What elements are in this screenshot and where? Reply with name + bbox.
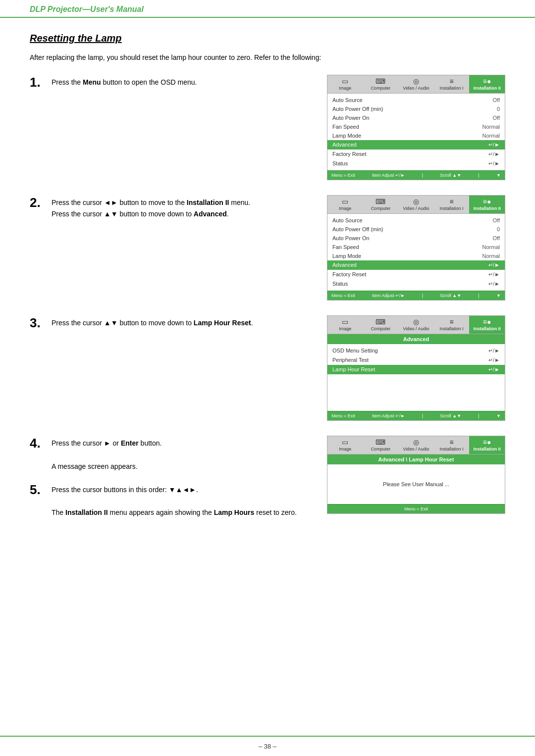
osd-tab-2-installation-i: ≡ Installation I: [434, 196, 470, 213]
osd-tab-video-audio: ◎ Video / Audio: [398, 75, 434, 93]
osd-row-2-status: Status ↵/►: [327, 279, 505, 289]
osd-screen-3: ▭ Image ⌨ Computer ◎ Video / Audio ≡: [327, 315, 505, 421]
osd-tab-3-computer: ⌨ Computer: [363, 316, 399, 334]
osd-footer-3: Menu = Exit Item Adjust ↵/► | Scroll ▲▼ …: [327, 411, 505, 420]
osd-footer-4: Menu = Exit: [327, 504, 505, 513]
step-1-row: 1. Press the Menu button to open the OSD…: [30, 75, 505, 180]
osd-tab-computer: ⌨ Computer: [363, 75, 399, 93]
step-4-5-left: 4. Press the cursor ► or Enter button. A…: [30, 436, 312, 518]
step-1-number: 1.: [30, 75, 45, 90]
osd-footer-1: Menu = Exit Item Adjust ↵/► | Scroll ▲▼ …: [327, 170, 505, 180]
osd-row-2-fan-speed: Fan Speed Normal: [327, 243, 505, 252]
page-header: DLP Projector—User's Manual: [0, 0, 535, 18]
step-5-inner: 5. Press the cursor buttons in this orde…: [30, 482, 312, 518]
step-1-screenshot: ▭ Image ⌨ Computer ◎ Video / Audio ≡: [327, 75, 505, 180]
step-3-left: 3. Press the cursor ▲▼ button to move do…: [30, 315, 312, 331]
osd-row-2-factory-reset: Factory Reset ↵/►: [327, 270, 505, 279]
osd-tab-2-installation-ii: ≡● Installation II: [469, 196, 505, 213]
osd-tab-installation-i: ≡ Installation I: [434, 75, 470, 93]
osd-row-auto-source: Auto Source Off: [327, 96, 505, 104]
step-5-number: 5.: [30, 482, 45, 498]
osd-row-2-auto-source: Auto Source Off: [327, 216, 505, 225]
page-footer: – 38 –: [0, 736, 535, 756]
step-4-screenshot: ▭ Image ⌨ Computer ◎ Video / Audio ≡: [327, 436, 505, 514]
osd-body-2: Auto Source Off Auto Power Off (min) 0 A…: [327, 214, 505, 291]
osd-tab-3-installation-ii: ≡● Installation II: [469, 316, 505, 334]
osd-screen-1: ▭ Image ⌨ Computer ◎ Video / Audio ≡: [327, 75, 505, 180]
osd-tab-4-image: ▭ Image: [327, 436, 363, 454]
osd-tab-installation-ii: ≡● Installation II: [469, 75, 505, 93]
step-4-inner: 4. Press the cursor ► or Enter button. A…: [30, 436, 312, 472]
osd-tabs-1: ▭ Image ⌨ Computer ◎ Video / Audio ≡: [327, 75, 505, 94]
step-5-text: Press the cursor buttons in this order: …: [52, 482, 297, 518]
osd-tab-image: ▭ Image: [327, 75, 363, 93]
step-4-text: Press the cursor ► or Enter button. A me…: [52, 436, 161, 472]
osd-tabs-3: ▭ Image ⌨ Computer ◎ Video / Audio ≡: [327, 316, 505, 334]
page-content: Resetting the Lamp After replacing the l…: [0, 18, 535, 533]
step-3-row: 3. Press the cursor ▲▼ button to move do…: [30, 315, 505, 421]
section-title: Resetting the Lamp: [30, 33, 505, 44]
step-2-left: 2. Press the cursor ◄► button to move to…: [30, 195, 312, 220]
intro-paragraph: After replacing the lamp, you should res…: [30, 52, 505, 63]
osd-message-text: Please See User Manual ...: [383, 481, 449, 487]
osd-message-body: Please See User Manual ...: [327, 464, 505, 504]
step-3-text: Press the cursor ▲▼ button to move down …: [52, 315, 253, 329]
osd-row-auto-power-on: Auto Power On Off: [327, 113, 505, 122]
osd-body-3: OSD Menu Setting ↵/► Peripheral Test ↵/►…: [327, 344, 505, 411]
osd-row-3-peripheral-test: Peripheral Test ↵/►: [327, 355, 505, 365]
osd-row-2-auto-power-off: Auto Power Off (min) 0: [327, 225, 505, 234]
osd-footer-2: Menu = Exit Item Adjust ↵/► | Scroll ▲▼ …: [327, 291, 505, 300]
osd-row-factory-reset: Factory Reset ↵/►: [327, 150, 505, 159]
step-2-number: 2.: [30, 195, 45, 210]
osd-tab-4-installation-ii: ≡● Installation II: [469, 436, 505, 454]
step-2-screenshot: ▭ Image ⌨ Computer ◎ Video / Audio ≡: [327, 195, 505, 301]
osd-tab-4-computer: ⌨ Computer: [363, 436, 399, 454]
step-3-screenshot: ▭ Image ⌨ Computer ◎ Video / Audio ≡: [327, 315, 505, 421]
osd-tab-2-image: ▭ Image: [327, 196, 363, 213]
osd-row-2-lamp-mode: Lamp Mode Normal: [327, 252, 505, 260]
osd-row-3-lamp-hour-reset: Lamp Hour Reset ↵/►: [327, 365, 505, 374]
osd-row-lamp-mode: Lamp Mode Normal: [327, 131, 505, 140]
step-4-5-row: 4. Press the cursor ► or Enter button. A…: [30, 436, 505, 518]
osd-empty-space-3: [327, 374, 505, 409]
osd-tabs-4: ▭ Image ⌨ Computer ◎ Video / Audio ≡: [327, 436, 505, 454]
osd-screen-2: ▭ Image ⌨ Computer ◎ Video / Audio ≡: [327, 195, 505, 301]
osd-tab-3-installation-i: ≡ Installation I: [434, 316, 470, 334]
osd-body-1: Auto Source Off Auto Power Off (min) 0 A…: [327, 94, 505, 170]
step-4-number: 4.: [30, 436, 45, 451]
page-number: – 38 –: [259, 743, 276, 750]
manual-title: DLP Projector—User's Manual: [30, 5, 144, 13]
osd-row-status: Status ↵/►: [327, 159, 505, 168]
step-3-number: 3.: [30, 315, 45, 331]
osd-row-advanced: Advanced ↵/►: [327, 140, 505, 150]
osd-row-fan-speed: Fan Speed Normal: [327, 122, 505, 131]
osd-row-3-osd-setting: OSD Menu Setting ↵/►: [327, 346, 505, 355]
osd-submenu-header-4: Advanced \ Lamp Hour Reset: [327, 454, 505, 464]
osd-tab-4-video-audio: ◎ Video / Audio: [398, 436, 434, 454]
step-1-text: Press the Menu button to open the OSD me…: [52, 75, 197, 88]
osd-submenu-header-3: Advanced: [327, 334, 505, 344]
osd-tab-3-video-audio: ◎ Video / Audio: [398, 316, 434, 334]
step-2-text: Press the cursor ◄► button to move to th…: [52, 195, 250, 220]
osd-tabs-2: ▭ Image ⌨ Computer ◎ Video / Audio ≡: [327, 196, 505, 214]
osd-tab-2-video-audio: ◎ Video / Audio: [398, 196, 434, 213]
step-1-left: 1. Press the Menu button to open the OSD…: [30, 75, 312, 90]
osd-tab-3-image: ▭ Image: [327, 316, 363, 334]
steps-list: 1. Press the Menu button to open the OSD…: [30, 75, 505, 518]
osd-row-2-auto-power-on: Auto Power On Off: [327, 234, 505, 243]
osd-row-2-advanced: Advanced ↵/►: [327, 260, 505, 270]
step-2-row: 2. Press the cursor ◄► button to move to…: [30, 195, 505, 301]
osd-row-auto-power-off: Auto Power Off (min) 0: [327, 104, 505, 113]
osd-screen-4: ▭ Image ⌨ Computer ◎ Video / Audio ≡: [327, 436, 505, 514]
osd-tab-4-installation-i: ≡ Installation I: [434, 436, 470, 454]
osd-tab-2-computer: ⌨ Computer: [363, 196, 399, 213]
